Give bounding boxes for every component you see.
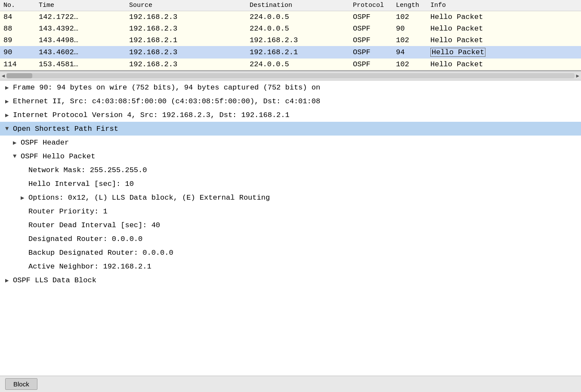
table-row[interactable]: 90 143.4602… 192.168.2.3 192.168.2.1 OSP…	[0, 46, 581, 59]
table-row[interactable]: 88 143.4392… 192.168.2.3 224.0.0.5 OSPF …	[0, 23, 581, 34]
cell-source: 192.168.2.3	[129, 13, 250, 21]
detail-text: Router Priority: 1	[28, 207, 108, 216]
expand-icon[interactable]: ▶	[5, 277, 13, 284]
expand-icon[interactable]: ▶	[21, 194, 28, 201]
cell-info: Hello Packet	[430, 48, 581, 57]
detail-row[interactable]: ▼ OSPF Hello Packet	[0, 149, 581, 163]
info-highlight: Hello Packet	[430, 48, 485, 57]
cell-destination: 192.168.2.1	[250, 48, 353, 56]
cell-source: 192.168.2.1	[129, 36, 250, 44]
detail-row[interactable]: ▶ Frame 90: 94 bytes on wire (752 bits),…	[0, 80, 581, 94]
cell-protocol: OSPF	[353, 60, 396, 68]
cell-time: 142.1722…	[39, 13, 129, 21]
expand-icon[interactable]: ▼	[13, 153, 21, 160]
detail-row[interactable]: Network Mask: 255.255.255.0	[0, 163, 581, 177]
cell-destination: 192.168.2.3	[250, 36, 353, 44]
detail-row[interactable]: ▶ Internet Protocol Version 4, Src: 192.…	[0, 108, 581, 122]
table-row[interactable]: 84 142.1722… 192.168.2.3 224.0.0.5 OSPF …	[0, 11, 581, 23]
cell-info: Hello Packet	[430, 25, 581, 33]
expand-icon[interactable]: ▼	[5, 125, 13, 132]
col-header-protocol: Protocol	[353, 2, 396, 9]
horizontal-scrollbar[interactable]: ◀ ▶	[0, 71, 581, 80]
table-row[interactable]: 114 153.4581… 192.168.2.3 224.0.0.5 OSPF…	[0, 59, 581, 70]
info-text: Hello Packet	[430, 60, 483, 68]
detail-text: Hello Interval [sec]: 10	[28, 180, 134, 188]
block-button[interactable]: Block	[5, 378, 37, 390]
cell-no: 114	[0, 60, 39, 68]
expand-icon[interactable]: ▶	[13, 139, 21, 146]
cell-source: 192.168.2.3	[129, 25, 250, 33]
cell-no: 90	[0, 48, 39, 56]
cell-no: 89	[0, 36, 39, 44]
info-text: Hello Packet	[430, 13, 483, 21]
cell-length: 102	[396, 13, 430, 21]
col-header-info: Info	[430, 2, 581, 9]
expand-icon[interactable]: ▶	[5, 84, 13, 91]
detail-row[interactable]: Backup Designated Router: 0.0.0.0	[0, 246, 581, 259]
detail-row[interactable]: Hello Interval [sec]: 10	[0, 177, 581, 191]
packet-list-panel: No. Time Source Destination Protocol Len…	[0, 0, 581, 71]
expand-icon[interactable]: ▶	[5, 98, 13, 105]
cell-info: Hello Packet	[430, 60, 581, 68]
detail-text: OSPF Hello Packet	[21, 152, 95, 161]
cell-no: 84	[0, 13, 39, 21]
scroll-right-icon[interactable]: ▶	[576, 73, 579, 79]
col-header-time: Time	[39, 2, 129, 9]
detail-row[interactable]: ▶ OSPF LLS Data Block	[0, 273, 581, 287]
scrollbar-track[interactable]	[6, 73, 575, 78]
cell-info: Hello Packet	[430, 36, 581, 44]
detail-text: OSPF LLS Data Block	[13, 276, 96, 284]
info-text: Hello Packet	[430, 25, 483, 33]
detail-rows-container: ▶ Frame 90: 94 bytes on wire (752 bits),…	[0, 80, 581, 287]
detail-row[interactable]: Designated Router: 0.0.0.0	[0, 232, 581, 246]
expand-icon[interactable]: ▶	[5, 111, 13, 119]
col-header-no: No.	[0, 2, 39, 9]
cell-destination: 224.0.0.5	[250, 60, 353, 68]
detail-row[interactable]: Router Priority: 1	[0, 204, 581, 218]
detail-row[interactable]: Router Dead Interval [sec]: 40	[0, 218, 581, 232]
cell-length: 94	[396, 48, 430, 56]
detail-text: Ethernet II, Src: c4:03:08:5f:00:00 (c4:…	[13, 97, 320, 105]
detail-text: Frame 90: 94 bytes on wire (752 bits), 9…	[13, 83, 320, 92]
packet-rows-container: 84 142.1722… 192.168.2.3 224.0.0.5 OSPF …	[0, 11, 581, 70]
detail-text: Active Neighbor: 192.168.2.1	[28, 262, 151, 271]
cell-protocol: OSPF	[353, 36, 396, 44]
cell-source: 192.168.2.3	[129, 48, 250, 56]
detail-row[interactable]: ▶ Options: 0x12, (L) LLS Data block, (E)…	[0, 191, 581, 204]
packet-detail-panel: ▶ Frame 90: 94 bytes on wire (752 bits),…	[0, 80, 581, 287]
cell-info: Hello Packet	[430, 13, 581, 21]
info-text: Hello Packet	[430, 36, 483, 44]
cell-length: 102	[396, 36, 430, 44]
cell-length: 102	[396, 60, 430, 68]
detail-text: Backup Designated Router: 0.0.0.0	[28, 249, 173, 257]
cell-destination: 224.0.0.5	[250, 13, 353, 21]
scrollbar-thumb[interactable]	[6, 73, 32, 78]
col-header-source: Source	[129, 2, 250, 9]
detail-text: Designated Router: 0.0.0.0	[28, 235, 142, 243]
cell-time: 153.4581…	[39, 60, 129, 68]
detail-row[interactable]: Active Neighbor: 192.168.2.1	[0, 259, 581, 273]
cell-protocol: OSPF	[353, 25, 396, 33]
detail-text: Network Mask: 255.255.255.0	[28, 166, 147, 174]
col-header-destination: Destination	[250, 2, 353, 9]
detail-row[interactable]: ▶ Ethernet II, Src: c4:03:08:5f:00:00 (c…	[0, 94, 581, 108]
detail-row[interactable]: ▶ OSPF Header	[0, 136, 581, 149]
detail-text: Internet Protocol Version 4, Src: 192.16…	[13, 111, 290, 119]
scroll-left-icon[interactable]: ◀	[2, 73, 5, 79]
packet-list-header: No. Time Source Destination Protocol Len…	[0, 0, 581, 11]
cell-time: 143.4498…	[39, 36, 129, 44]
cell-time: 143.4602…	[39, 48, 129, 56]
cell-time: 143.4392…	[39, 25, 129, 33]
cell-protocol: OSPF	[353, 48, 396, 56]
cell-no: 88	[0, 25, 39, 33]
cell-length: 90	[396, 25, 430, 33]
table-row[interactable]: 89 143.4498… 192.168.2.1 192.168.2.3 OSP…	[0, 34, 581, 46]
cell-source: 192.168.2.3	[129, 60, 250, 68]
cell-protocol: OSPF	[353, 13, 396, 21]
detail-text: Router Dead Interval [sec]: 40	[28, 221, 160, 229]
cell-destination: 224.0.0.5	[250, 25, 353, 33]
col-header-length: Length	[396, 2, 430, 9]
detail-text: Options: 0x12, (L) LLS Data block, (E) E…	[28, 194, 270, 202]
detail-row[interactable]: ▼ Open Shortest Path First	[0, 122, 581, 136]
bottom-bar: Block	[0, 376, 581, 392]
